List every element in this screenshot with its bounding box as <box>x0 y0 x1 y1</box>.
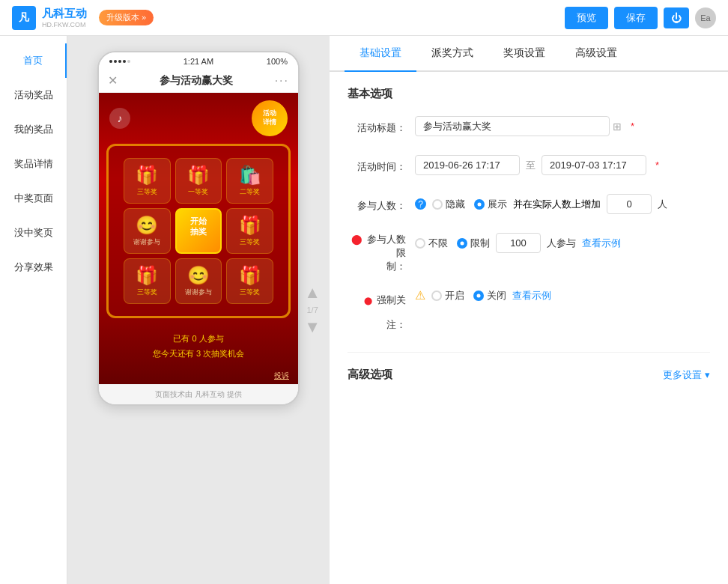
logo-text-area: 凡科互动 HD.FKW.COM <box>42 7 87 28</box>
limit-unit: 人参与 <box>547 237 576 250</box>
sidebar-item-home[interactable]: 首页 <box>0 43 67 78</box>
complaint-link[interactable]: 投诉 <box>274 371 289 380</box>
activity-badge[interactable]: 活动 详情 <box>252 100 288 136</box>
music-button[interactable]: ♪ <box>109 108 130 129</box>
limit-label-text: 参与人数限制： <box>367 234 406 272</box>
upgrade-button[interactable]: 升级版本 » <box>99 10 154 25</box>
sidebar-item-prize-detail[interactable]: 奖品详情 <box>0 147 67 181</box>
page-up-arrow[interactable]: ▲ <box>304 285 321 301</box>
stats-line1: 已有 0 人参与 <box>106 332 291 347</box>
limit-control: 不限 限制 人参与 查看示例 <box>415 233 710 253</box>
phone-signal <box>109 60 130 63</box>
more-settings-label: 更多设置 ▾ <box>663 368 710 382</box>
participants-show-radio[interactable]: 展示 <box>474 198 507 211</box>
participants-unit: 人 <box>658 198 667 211</box>
lottery-stats: 已有 0 人参与 您今天还有 3 次抽奖机会 <box>99 324 298 369</box>
settings-tabs: 基础设置 派奖方式 奖项设置 高级设置 <box>330 36 728 72</box>
time-start-input[interactable] <box>415 155 520 175</box>
lottery-cell-1: 🎁 三等奖 <box>124 158 171 204</box>
page-down-arrow[interactable]: ▼ <box>304 319 321 335</box>
preview-panel: 1:21 AM 100% ✕ 参与活动赢大奖 ··· ♪ 活动 <box>67 36 330 584</box>
tab-advanced-settings[interactable]: 高级设置 <box>560 36 632 72</box>
time-required: * <box>655 159 659 171</box>
form-row-title: 活动标题： ⊞ * <box>348 116 710 140</box>
tab-prize-method[interactable]: 派奖方式 <box>416 36 488 72</box>
follow-on-radio[interactable]: 开启 <box>431 289 464 302</box>
tab-basic-settings[interactable]: 基础设置 <box>345 36 416 72</box>
settings-panel: 基础设置 派奖方式 奖项设置 高级设置 基本选项 活动标题： ⊞ * <box>330 36 728 584</box>
phone-status-bar: 1:21 AM 100% <box>99 52 298 69</box>
sidebar-item-share[interactable]: 分享效果 <box>0 250 67 285</box>
limit-label: ⬤ 参与人数限制： <box>348 233 415 273</box>
limit-unlimited-label: 不限 <box>428 237 448 250</box>
phone-more-icon[interactable]: ··· <box>275 74 289 88</box>
limit-unlimited-radio[interactable]: 不限 <box>415 237 448 250</box>
logo-icon: 凡 <box>12 6 36 30</box>
follow-required-icon: ⬤ <box>364 296 372 305</box>
start-lottery-button[interactable]: 开始 抽奖 <box>175 208 222 254</box>
phone-nav: ✕ 参与活动赢大奖 ··· <box>99 69 298 93</box>
form-row-participants: 参与人数： ? 隐藏 展示 并在实际人数上增加 <box>348 194 710 218</box>
power-button[interactable]: ⏻ <box>664 7 689 28</box>
participants-hide-label: 隐藏 <box>446 198 465 211</box>
more-settings-link[interactable]: 更多设置 ▾ <box>663 368 710 382</box>
badge-line2: 详情 <box>263 118 276 127</box>
follow-on-radio-circle <box>431 291 442 301</box>
phone-banner: ♪ 活动 详情 <box>99 93 298 144</box>
page-indicator: 1/7 <box>306 305 318 314</box>
phone-time: 1:21 AM <box>183 57 213 66</box>
limit-limited-radio[interactable]: 限制 <box>457 237 490 250</box>
participants-extra-input[interactable] <box>607 194 652 214</box>
preview-button[interactable]: 预览 <box>565 7 608 29</box>
header: 凡 凡科互动 HD.FKW.COM 升级版本 » 预览 保存 ⏻ Ea <box>0 0 728 36</box>
view-example-link[interactable]: 查看示例 <box>582 237 621 250</box>
follow-off-radio[interactable]: 关闭 <box>473 289 506 302</box>
sidebar-item-prizes[interactable]: 活动奖品 <box>0 78 67 112</box>
phone-nav-title: 参与活动赢大奖 <box>160 74 233 88</box>
avatar[interactable]: Ea <box>695 7 716 28</box>
page-navigation: ▲ 1/7 ▼ <box>304 285 321 335</box>
header-actions: 预览 保存 ⏻ Ea <box>565 7 716 29</box>
prize-icon-1: 🎁 <box>136 165 158 186</box>
follow-on-label: 开启 <box>445 289 464 302</box>
title-control: ⊞ * <box>415 116 710 136</box>
activity-title-input[interactable] <box>415 116 610 136</box>
prize-label-1: 三等奖 <box>137 187 157 197</box>
prize-label-3: 二等奖 <box>240 187 260 197</box>
form-row-limit: ⬤ 参与人数限制： 不限 限制 人参与 <box>348 233 710 273</box>
prize-label-4: 谢谢参与 <box>133 237 160 247</box>
participants-radio-group: 隐藏 展示 <box>432 198 507 211</box>
participants-help-icon[interactable]: ? <box>415 198 426 210</box>
participants-hide-radio[interactable]: 隐藏 <box>432 198 465 211</box>
save-button[interactable]: 保存 <box>614 7 658 29</box>
sidebar-item-no-win-page[interactable]: 没中奖页 <box>0 216 67 250</box>
lottery-cell-8: 😊 谢谢参与 <box>175 258 222 304</box>
time-end-input[interactable] <box>542 155 646 175</box>
follow-label-text: 强制关注： <box>377 294 406 330</box>
limit-limited-radio-circle <box>457 238 467 249</box>
prize-icon-3: 🛍️ <box>239 165 261 186</box>
section-advanced-title: 高级选项 <box>348 368 392 382</box>
date-separator: 至 <box>526 159 536 172</box>
lottery-cell-4: 😊 谢谢参与 <box>124 208 171 254</box>
sidebar-item-my-prizes[interactable]: 我的奖品 <box>0 112 67 147</box>
lottery-container: 🎁 三等奖 🎁 一等奖 🛍️ 二等奖 <box>106 144 291 318</box>
follow-example-link[interactable]: 查看示例 <box>512 289 551 302</box>
time-label: 活动时间： <box>348 155 415 179</box>
prize-icon-4: 😊 <box>136 215 158 236</box>
lottery-cell-3: 🛍️ 二等奖 <box>226 158 273 204</box>
phone-footer: 页面技术由 凡科互动 提供 <box>99 384 298 404</box>
limit-value-input[interactable] <box>496 233 541 253</box>
participants-hide-radio-circle <box>432 199 443 210</box>
logo-abbr: 凡 <box>19 11 29 25</box>
follow-control: ⚠ 开启 关闭 查看示例 <box>415 288 710 302</box>
phone-close-icon[interactable]: ✕ <box>108 73 118 88</box>
calendar-icon[interactable]: ⊞ <box>613 121 622 133</box>
tab-prize-settings[interactable]: 奖项设置 <box>488 36 560 72</box>
limit-unlimited-radio-circle <box>415 238 425 249</box>
stats-line2: 您今天还有 3 次抽奖机会 <box>106 347 291 362</box>
sidebar-item-win-page[interactable]: 中奖页面 <box>0 181 67 216</box>
badge-line1: 活动 <box>263 109 276 118</box>
prize-icon-8: 😊 <box>187 265 210 286</box>
participants-show-radio-circle <box>474 199 485 210</box>
